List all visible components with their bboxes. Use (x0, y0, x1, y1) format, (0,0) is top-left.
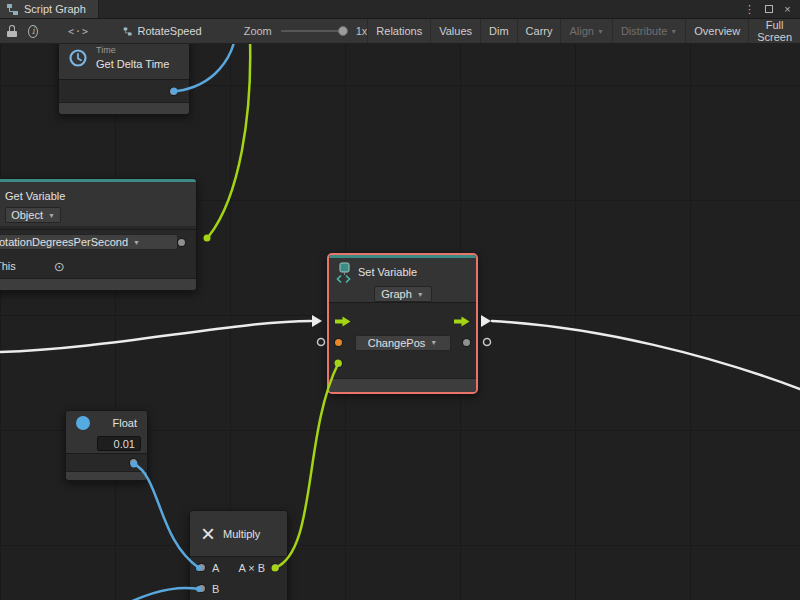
overview-button[interactable]: Overview (685, 19, 748, 43)
close-icon[interactable]: × (780, 2, 795, 17)
values-button[interactable]: Values (430, 19, 480, 43)
chevron-down-icon: ▼ (48, 212, 55, 219)
zoom-value: 1x (356, 25, 368, 37)
unconnected-port-ring-right[interactable] (484, 339, 491, 346)
variable-name-dropdown[interactable]: ChangePos ▼ (355, 335, 451, 351)
set-variable-node[interactable]: Set Variable Graph ▼ (327, 253, 478, 394)
multiply-icon: × (201, 522, 215, 546)
tab-script-graph[interactable]: Script Graph (0, 0, 99, 18)
variable-name-value: RotationDegreesPerSecond (0, 236, 128, 248)
maximize-icon[interactable] (761, 2, 776, 17)
node-title: Multiply (223, 528, 260, 540)
flow-output-port[interactable] (454, 316, 470, 327)
multiply-input-b-port[interactable] (198, 585, 205, 592)
node-title: Get Delta Time (96, 57, 169, 71)
node-category: Time (96, 45, 169, 57)
graph-toolbar: i <·> RotateSpeed Zoom 1x Relations Valu… (0, 19, 800, 44)
lock-body (7, 31, 17, 37)
variable-name-dropdown[interactable]: RotationDegreesPerSecond ▼ (0, 234, 178, 250)
wire-flow-in[interactable] (0, 321, 311, 352)
full-screen-button[interactable]: Full Screen (748, 19, 800, 43)
node-footer (66, 471, 147, 480)
chevron-down-icon: ▼ (597, 28, 604, 35)
graph-breadcrumb-icon (123, 25, 132, 38)
float-output-port[interactable] (130, 459, 137, 466)
zoom-slider[interactable] (281, 30, 347, 32)
node-footer (0, 278, 196, 290)
node-title: Float (113, 417, 137, 429)
info-icon[interactable]: i (28, 25, 38, 38)
dim-button[interactable]: Dim (480, 19, 517, 43)
output-label: A × B (238, 562, 265, 574)
float-icon (76, 416, 90, 430)
variable-value-output-port[interactable] (178, 239, 185, 246)
target-label: This (0, 260, 16, 272)
node-footer (329, 378, 476, 392)
object-picker-icon[interactable]: ⊙ (54, 260, 65, 273)
distribute-label: Distribute (621, 25, 667, 37)
input-a-label: A (212, 562, 219, 574)
graph-canvas[interactable]: Time Get Delta Time Get Variable Object … (0, 44, 800, 600)
unconnected-port-ring-left[interactable] (318, 339, 325, 346)
node-title: Get Variable (5, 190, 65, 202)
script-graph-window: Script Graph ⋮ × i <·> RotateSpeed Zoom … (0, 0, 800, 600)
lock-icon[interactable] (7, 25, 14, 37)
window-controls: ⋮ × (742, 0, 800, 18)
relations-button[interactable]: Relations (367, 19, 430, 43)
variable-name-port[interactable] (335, 339, 342, 346)
delta-time-output-port[interactable] (170, 88, 177, 95)
maximize-box (765, 5, 773, 13)
multiply-node[interactable]: × Multiply A A × B B (189, 510, 288, 600)
variable-kind-dropdown[interactable]: Graph ▼ (374, 286, 432, 302)
chevron-down-icon: ▼ (133, 239, 140, 246)
variable-kind-dropdown[interactable]: Object ▼ (5, 207, 61, 223)
flow-input-port[interactable] (335, 316, 351, 327)
wire-green-top[interactable] (209, 44, 250, 236)
variable-name-value: ChangePos (368, 337, 426, 349)
float-value-field[interactable]: 0.01 (97, 436, 141, 451)
distribute-button[interactable]: Distribute ▼ (612, 19, 685, 43)
chevron-down-icon: ▼ (417, 291, 424, 298)
variable-kind-value: Object (11, 209, 43, 221)
clock-icon (68, 48, 88, 68)
code-preview-icon[interactable]: <·> (68, 26, 89, 37)
node-title: Set Variable (358, 266, 417, 278)
flow-in-arrowhead (312, 315, 322, 327)
window-menu-icon[interactable]: ⋮ (742, 2, 757, 17)
get-delta-time-node[interactable]: Time Get Delta Time (58, 44, 190, 115)
script-graph-icon (6, 3, 19, 16)
align-label: Align (569, 25, 593, 37)
chevron-down-icon: ▼ (670, 28, 677, 35)
flow-out-arrowhead (481, 315, 491, 327)
wire-endpoint (204, 235, 211, 242)
node-footer (59, 102, 189, 114)
zoom-slider-handle[interactable] (338, 26, 348, 36)
zoom-label: Zoom (244, 25, 272, 37)
multiply-input-a-port[interactable] (198, 564, 205, 571)
carry-button[interactable]: Carry (517, 19, 561, 43)
variable-kind-value: Graph (381, 288, 412, 300)
value-input-port[interactable] (335, 360, 342, 367)
wire-flow-out[interactable] (492, 321, 800, 389)
multiply-output-port[interactable] (272, 564, 279, 571)
get-variable-node[interactable]: Get Variable Object ▼ RotationDegreesPer… (0, 178, 197, 291)
input-b-label: B (212, 583, 219, 595)
toolbar-button-group: Relations Values Dim Carry Align ▼ Distr… (367, 19, 800, 43)
variable-value-output-port[interactable] (463, 339, 470, 346)
chevron-down-icon: ▼ (430, 339, 437, 346)
float-node[interactable]: Float 0.01 (65, 410, 148, 481)
graph-variable-icon (335, 262, 352, 284)
wire-to-multiply-b[interactable] (98, 588, 199, 600)
align-button[interactable]: Align ▼ (560, 19, 611, 43)
tab-title: Script Graph (24, 3, 86, 15)
tab-bar: Script Graph ⋮ × (0, 0, 800, 19)
graph-breadcrumb[interactable]: RotateSpeed (137, 25, 201, 37)
